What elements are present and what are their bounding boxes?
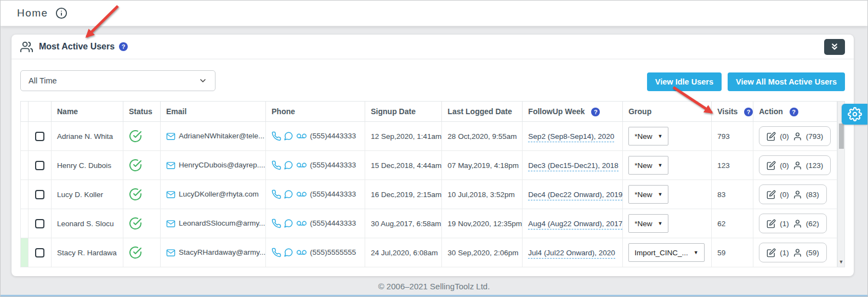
help-icon-visits[interactable]: ?: [744, 108, 753, 116]
help-icon-title[interactable]: ?: [119, 42, 128, 51]
email-icon[interactable]: [166, 132, 175, 141]
dropdown-arrow-icon: ▼: [658, 192, 663, 197]
cell-signup-date: 24 Jul,2020, 6:08am: [365, 238, 442, 267]
table-row: Lucy D. Koller LucyDKoller@rhyta.com (55…: [21, 180, 837, 209]
voicemail-icon[interactable]: [296, 248, 308, 257]
followup-week-link[interactable]: Jul4 (Jul22 Onward), 2020: [528, 249, 615, 259]
header-name: Name: [52, 102, 123, 122]
edit-icon[interactable]: [767, 248, 776, 257]
phone-icon[interactable]: [271, 218, 281, 228]
email-icon[interactable]: [166, 219, 175, 228]
email-text[interactable]: LucyDKoller@rhyta.com: [179, 190, 259, 198]
phone-icon[interactable]: [271, 189, 281, 199]
user-icon[interactable]: [793, 132, 802, 141]
page-title: Home: [17, 7, 48, 19]
row-checkbox[interactable]: [35, 132, 44, 141]
info-icon[interactable]: [55, 7, 67, 19]
group-dropdown[interactable]: *New▼: [628, 127, 668, 145]
settings-tab[interactable]: [842, 104, 867, 125]
edit-icon[interactable]: [767, 190, 776, 199]
user-icon[interactable]: [793, 161, 802, 170]
status-active-icon: [129, 159, 142, 172]
email-icon[interactable]: [166, 161, 175, 170]
users-table-zone: Name Status Email Phone Signup Date Last…: [20, 101, 845, 267]
group-dropdown[interactable]: *New▼: [628, 156, 668, 175]
user-icon[interactable]: [793, 190, 802, 199]
voicemail-icon[interactable]: [296, 189, 308, 199]
followup-week-link[interactable]: Aug4 (Aug22 Onward), 2017: [528, 220, 622, 229]
email-icon[interactable]: [166, 248, 175, 257]
phone-icon[interactable]: [271, 131, 281, 141]
time-filter-value: All Time: [29, 76, 57, 85]
gear-icon: [848, 107, 862, 121]
user-icon[interactable]: [793, 248, 802, 257]
action-button[interactable]: (1)(62): [759, 214, 827, 233]
cell-visits: 62: [712, 209, 753, 238]
help-icon-action[interactable]: ?: [790, 108, 798, 116]
row-checkbox[interactable]: [35, 190, 44, 199]
group-dropdown[interactable]: Import_CINC_...▼: [628, 243, 704, 262]
edit-icon[interactable]: [767, 219, 776, 228]
voicemail-icon[interactable]: [296, 160, 308, 170]
followup-week-link[interactable]: Dec3 (Dec15-Dec21), 2018: [528, 161, 618, 171]
row-checkbox[interactable]: [35, 248, 44, 257]
email-text[interactable]: LeonardSSlocum@army...: [179, 219, 265, 227]
header-signup-date: Signup Date: [365, 102, 442, 122]
phone-text: (555)5555555: [310, 248, 356, 256]
chat-icon[interactable]: [283, 248, 293, 257]
status-active-icon: [129, 246, 142, 259]
cell-email: AdrianeNWhitaker@tele...: [161, 122, 266, 151]
email-icon[interactable]: [166, 190, 175, 199]
action-button[interactable]: (1)(59): [759, 243, 827, 262]
email-text[interactable]: StacyRHardaway@army...: [179, 248, 265, 256]
table-scrollbar[interactable]: ▼: [837, 101, 845, 267]
cell-phone: (555)5555555: [266, 238, 365, 267]
followup-week-link[interactable]: Dec4 (Dec22 Onward), 2019: [528, 190, 622, 200]
header-visits: Visits ?: [712, 102, 753, 122]
group-dropdown[interactable]: *New▼: [628, 185, 668, 204]
collapse-panel-button[interactable]: [824, 39, 845, 55]
chevron-down-icon: [198, 76, 207, 85]
chat-icon[interactable]: [283, 131, 293, 141]
table-row: Leonard S. Slocu LeonardSSlocum@army... …: [21, 209, 837, 238]
phone-text: (555)4443333: [310, 190, 356, 198]
action-button[interactable]: (0)(83): [759, 184, 827, 204]
help-icon-followup[interactable]: ?: [591, 108, 600, 116]
row-checkbox[interactable]: [35, 219, 44, 228]
scrollbar-thumb[interactable]: [839, 124, 844, 149]
user-icon[interactable]: [793, 219, 802, 228]
phone-text: (555)4443333: [310, 132, 356, 140]
row-indicator-highlighted: [21, 238, 29, 267]
row-indicator: [21, 122, 29, 151]
view-idle-users-button[interactable]: View Idle Users: [647, 72, 722, 91]
email-text[interactable]: HenryCDubois@dayrep....: [179, 161, 265, 169]
cell-visits: 83: [712, 180, 753, 209]
view-all-most-active-users-button[interactable]: View All Most Active Users: [728, 72, 845, 91]
phone-icon[interactable]: [271, 160, 281, 170]
edit-icon[interactable]: [767, 132, 776, 141]
dropdown-arrow-icon: ▼: [658, 133, 663, 139]
cell-email: StacyRHardaway@army...: [161, 238, 266, 267]
edit-icon[interactable]: [767, 161, 776, 170]
group-dropdown[interactable]: *New▼: [628, 214, 668, 233]
chat-icon[interactable]: [283, 218, 293, 228]
voicemail-icon[interactable]: [296, 218, 308, 228]
header-action: Action ?: [753, 102, 837, 122]
chat-icon[interactable]: [283, 189, 293, 199]
action-button[interactable]: (0)(123): [759, 155, 831, 175]
action-button[interactable]: (0)(793): [759, 126, 831, 146]
voicemail-icon[interactable]: [296, 131, 308, 141]
chat-icon[interactable]: [283, 160, 293, 170]
header-followup-week: FollowUp Week ?: [523, 102, 623, 122]
phone-icon[interactable]: [271, 248, 281, 257]
status-active-icon: [129, 217, 142, 230]
row-checkbox[interactable]: [35, 161, 44, 170]
scrollbar-down-arrow-icon[interactable]: ▼: [838, 259, 844, 265]
time-filter-select[interactable]: All Time: [20, 70, 215, 91]
top-bar: Home: [1, 1, 867, 26]
table-header-row: Name Status Email Phone Signup Date Last…: [21, 102, 837, 122]
email-text[interactable]: AdrianeNWhitaker@tele...: [179, 132, 264, 140]
cell-email: LeonardSSlocum@army...: [161, 209, 266, 238]
followup-week-link[interactable]: Sep2 (Sep8-Sep14), 2020: [528, 132, 614, 142]
header-select: [29, 102, 52, 122]
